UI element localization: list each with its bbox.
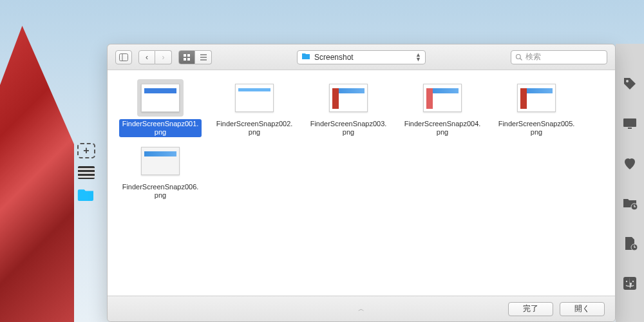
- right-sidebar: [616, 44, 644, 322]
- done-button[interactable]: 完了: [508, 302, 553, 316]
- path-label: Screenshot: [314, 53, 354, 62]
- path-popup[interactable]: Screenshot ▲▼: [297, 50, 426, 64]
- svg-rect-2: [628, 128, 632, 129]
- dialog-bottom-bar: ︿ 完了 開く: [108, 296, 615, 321]
- desktop-wallpaper: [0, 26, 74, 322]
- folder-blue-icon[interactable]: [77, 187, 95, 202]
- svg-point-6: [626, 281, 627, 282]
- file-name-label: FinderScreenSnapz004.png: [401, 119, 484, 137]
- svg-point-0: [626, 80, 629, 82]
- svg-point-7: [632, 281, 634, 282]
- back-button[interactable]: ‹: [138, 50, 155, 64]
- file-thumbnail: [231, 79, 278, 117]
- expand-chevron-icon[interactable]: ︿: [358, 305, 365, 314]
- folder-icon: [301, 52, 310, 62]
- file-name-label: FinderScreenSnapz003.png: [307, 119, 390, 137]
- file-item[interactable]: FinderScreenSnapz006.png: [118, 142, 203, 200]
- desktop-icon-strip: +: [76, 143, 97, 202]
- file-grid[interactable]: FinderScreenSnapz001.pngFinderScreenSnap…: [108, 70, 615, 296]
- forward-button[interactable]: ›: [155, 50, 172, 64]
- file-name-label: FinderScreenSnapz002.png: [213, 119, 296, 137]
- nav-group: ‹ ›: [138, 50, 172, 64]
- list-view-button[interactable]: [195, 50, 212, 64]
- svg-rect-8: [120, 53, 128, 61]
- svg-rect-10: [184, 54, 186, 57]
- bars-icon[interactable]: [77, 165, 95, 180]
- svg-rect-11: [187, 54, 190, 57]
- file-clock-icon[interactable]: [622, 236, 638, 251]
- sidebar-toggle-button[interactable]: [115, 50, 132, 64]
- file-item[interactable]: FinderScreenSnapz005.png: [494, 79, 579, 137]
- updown-icon: ▲▼: [415, 53, 421, 62]
- dialog-toolbar: ‹ › Screenshot ▲▼ 検索: [108, 44, 615, 70]
- file-item[interactable]: FinderScreenSnapz002.png: [212, 79, 297, 137]
- file-thumbnail: [137, 142, 184, 180]
- folder-clock-icon[interactable]: [622, 196, 638, 211]
- finder-icon[interactable]: [622, 276, 638, 291]
- file-item[interactable]: FinderScreenSnapz004.png: [400, 79, 485, 137]
- icon-view-button[interactable]: [178, 50, 195, 64]
- search-field[interactable]: 検索: [511, 50, 607, 64]
- file-name-label: FinderScreenSnapz006.png: [119, 182, 202, 200]
- file-thumbnail: [513, 79, 560, 117]
- svg-rect-1: [623, 118, 636, 127]
- file-name-label: FinderScreenSnapz001.png: [119, 119, 202, 137]
- file-item[interactable]: FinderScreenSnapz003.png: [306, 79, 391, 137]
- add-icon[interactable]: +: [77, 143, 95, 158]
- svg-rect-12: [184, 58, 186, 61]
- open-dialog: ‹ › Screenshot ▲▼ 検索 FinderScreenSnapz00…: [107, 44, 616, 322]
- search-icon: [515, 53, 523, 61]
- svg-point-17: [516, 54, 521, 59]
- heart-icon[interactable]: [622, 156, 638, 171]
- view-group: [178, 50, 212, 64]
- file-item[interactable]: FinderScreenSnapz001.png: [118, 79, 203, 137]
- svg-line-18: [520, 58, 522, 60]
- file-thumbnail: [325, 79, 372, 117]
- tag-icon[interactable]: [622, 76, 638, 91]
- file-name-label: FinderScreenSnapz005.png: [495, 119, 578, 137]
- svg-rect-13: [187, 58, 190, 61]
- search-placeholder: 検索: [526, 52, 541, 62]
- file-thumbnail: [137, 79, 184, 117]
- open-button[interactable]: 開く: [560, 302, 605, 316]
- display-icon[interactable]: [622, 116, 638, 131]
- file-thumbnail: [419, 79, 466, 117]
